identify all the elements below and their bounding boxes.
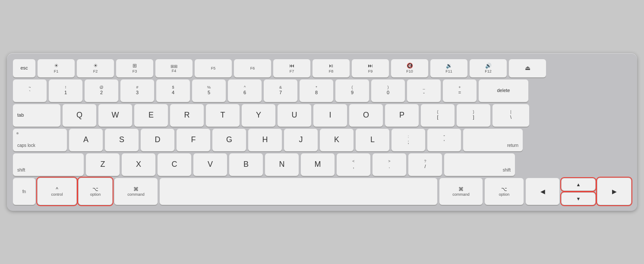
key-d[interactable]: D xyxy=(141,129,174,151)
key-5[interactable]: % 5 xyxy=(192,80,226,102)
key-f9[interactable]: ⏭ F9 xyxy=(352,59,389,77)
key-f10[interactable]: 🔇 F10 xyxy=(391,59,428,77)
key-arrow-right[interactable]: ▶ xyxy=(597,178,631,205)
key-b[interactable]: B xyxy=(229,153,263,176)
key-f3[interactable]: ⊞ F3 xyxy=(116,59,153,77)
key-f7[interactable]: ⏮ F7 xyxy=(273,59,310,77)
key-w[interactable]: W xyxy=(98,104,132,127)
key-m[interactable]: M xyxy=(301,153,335,176)
key-shift-left[interactable]: shift xyxy=(13,153,84,176)
key-option-left[interactable]: ⌥ option xyxy=(79,178,112,205)
key-minus[interactable]: _ - xyxy=(407,80,441,102)
key-rbracket[interactable]: } ] xyxy=(457,104,490,127)
key-arrow-down[interactable]: ▼ xyxy=(562,193,595,205)
key-arrow-up[interactable]: ▲ xyxy=(562,178,595,191)
key-8[interactable]: * 8 xyxy=(300,80,333,102)
key-3[interactable]: # 3 xyxy=(120,80,154,102)
key-7[interactable]: & 7 xyxy=(264,80,297,102)
key-x[interactable]: X xyxy=(122,153,155,176)
bottom-row: fn ^ control ⌥ option ⌘ command ⌘ comman… xyxy=(13,178,631,205)
key-f8[interactable]: ⏯ F8 xyxy=(313,59,350,77)
key-v[interactable]: V xyxy=(193,153,227,176)
key-q[interactable]: Q xyxy=(63,104,96,127)
key-command-left[interactable]: ⌘ command xyxy=(114,178,158,205)
key-g[interactable]: G xyxy=(212,129,246,151)
key-o[interactable]: O xyxy=(349,104,383,127)
key-option-right[interactable]: ⌥ option xyxy=(485,178,524,205)
key-space[interactable] xyxy=(160,178,437,205)
key-i[interactable]: I xyxy=(313,104,347,127)
key-command-right[interactable]: ⌘ command xyxy=(439,178,483,205)
arrow-up-down-group: ▲ ▼ xyxy=(562,178,595,205)
key-semicolon[interactable]: : ; xyxy=(391,129,425,151)
key-t[interactable]: T xyxy=(206,104,240,127)
key-f5[interactable]: F5 xyxy=(195,59,232,77)
key-return[interactable]: return xyxy=(463,129,523,151)
key-y[interactable]: Y xyxy=(242,104,275,127)
key-f6[interactable]: F6 xyxy=(234,59,271,77)
key-capslock[interactable]: caps lock xyxy=(13,129,67,151)
number-row: ~ ` ! 1 @ 2 # 3 $ 4 % 5 ^ 6 & 7 xyxy=(13,80,631,102)
key-control[interactable]: ^ control xyxy=(38,178,76,205)
key-f11[interactable]: 🔉 F11 xyxy=(430,59,467,77)
key-arrow-left[interactable]: ◀ xyxy=(526,178,559,205)
key-quote[interactable]: " ' xyxy=(427,129,461,151)
capslock-indicator xyxy=(16,132,19,134)
key-a[interactable]: A xyxy=(69,129,103,151)
key-2[interactable]: @ 2 xyxy=(85,80,118,102)
key-f4[interactable]: ⊞⊞ F4 xyxy=(155,59,193,77)
key-eject[interactable]: ⏏ xyxy=(509,59,546,77)
keyboard: esc ☀ F1 ☀ F2 ⊞ F3 ⊞⊞ F4 F5 F6 ⏮ F7 ⏯ xyxy=(7,53,637,211)
key-u[interactable]: U xyxy=(278,104,311,127)
key-c[interactable]: C xyxy=(158,153,191,176)
key-e[interactable]: E xyxy=(134,104,168,127)
key-6[interactable]: ^ 6 xyxy=(228,80,262,102)
shift-row: shift Z X C V B N M < , > . xyxy=(13,153,631,176)
fn-row: esc ☀ F1 ☀ F2 ⊞ F3 ⊞⊞ F4 F5 F6 ⏮ F7 ⏯ xyxy=(13,59,631,77)
key-f[interactable]: F xyxy=(177,129,210,151)
key-0[interactable]: ) 0 xyxy=(371,80,405,102)
key-s[interactable]: S xyxy=(105,129,139,151)
key-r[interactable]: R xyxy=(170,104,204,127)
key-period[interactable]: > . xyxy=(373,153,406,176)
key-f12[interactable]: 🔊 F12 xyxy=(470,59,507,77)
key-f2[interactable]: ☀ F2 xyxy=(77,59,114,77)
key-equals[interactable]: + = xyxy=(443,80,477,102)
key-1[interactable]: ! 1 xyxy=(49,80,82,102)
key-h[interactable]: H xyxy=(248,129,282,151)
key-9[interactable]: ( 9 xyxy=(335,80,369,102)
key-slash[interactable]: ? / xyxy=(408,153,442,176)
key-k[interactable]: K xyxy=(320,129,354,151)
key-backslash[interactable]: | \ xyxy=(492,104,529,127)
caps-row: caps lock A S D F G H J K L : ; xyxy=(13,129,631,151)
key-tab[interactable]: tab xyxy=(13,104,60,127)
key-p[interactable]: P xyxy=(385,104,419,127)
key-z[interactable]: Z xyxy=(86,153,120,176)
key-4[interactable]: $ 4 xyxy=(156,80,190,102)
key-tilde[interactable]: ~ ` xyxy=(13,80,47,102)
key-fn[interactable]: fn xyxy=(13,178,35,205)
tab-row: tab Q W E R T Y U I O P xyxy=(13,104,631,127)
key-j[interactable]: J xyxy=(284,129,318,151)
key-shift-right[interactable]: shift xyxy=(444,153,515,176)
key-f1[interactable]: ☀ F1 xyxy=(38,59,75,77)
key-delete[interactable]: delete xyxy=(479,80,528,102)
key-lbracket[interactable]: { [ xyxy=(421,104,455,127)
key-esc[interactable]: esc xyxy=(13,59,35,77)
key-l[interactable]: L xyxy=(356,129,389,151)
key-n[interactable]: N xyxy=(265,153,299,176)
key-comma[interactable]: < , xyxy=(337,153,370,176)
